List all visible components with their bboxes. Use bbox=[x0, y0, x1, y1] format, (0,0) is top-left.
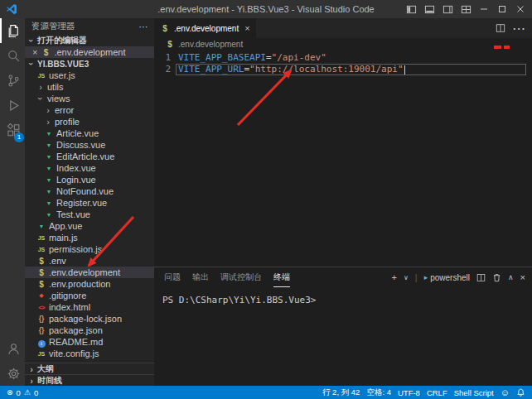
tree-item-error[interactable]: ›error bbox=[25, 104, 154, 116]
code-line-2[interactable]: 2VITE_APP_URL="http://localhost:19001/ap… bbox=[154, 64, 532, 75]
sidebar-header: 资源管理器 ⋯ bbox=[25, 18, 154, 35]
maximize-panel-icon[interactable]: ∧ bbox=[508, 273, 514, 281]
panel-tab-终端[interactable]: 终端 bbox=[273, 267, 290, 287]
toggle-secondary-sidebar-icon[interactable] bbox=[441, 2, 454, 16]
project-section-header[interactable]: › YI.BBS.VUE3 bbox=[25, 58, 154, 70]
js-file-icon: JS bbox=[36, 235, 46, 241]
file-name: index.html bbox=[49, 302, 90, 312]
search-icon[interactable] bbox=[0, 43, 25, 68]
open-editors-label: 打开的编辑器 bbox=[37, 35, 87, 46]
extensions-icon[interactable]: 1 bbox=[0, 118, 25, 142]
warning-icon: ⚠ bbox=[24, 388, 31, 397]
panel-tab-输出[interactable]: 输出 bbox=[192, 267, 209, 287]
tree-item-EditArticle.vue[interactable]: ▼EditArticle.vue bbox=[25, 151, 154, 162]
terminal-profile-dropdown-icon[interactable]: ∨ bbox=[404, 274, 409, 281]
tree-item-README.md[interactable]: iREADME.md bbox=[25, 336, 154, 348]
status-indentation[interactable]: 空格: 4 bbox=[366, 387, 391, 398]
tree-item-NotFound.vue[interactable]: ▼NotFound.vue bbox=[25, 185, 154, 197]
tree-item-.env.production[interactable]: $.env.production bbox=[25, 278, 154, 290]
terminal-panel: 问题输出调试控制台终端 + ∨ | ▸ powershell ∧ × bbox=[154, 267, 532, 386]
tree-item-vite.config.js[interactable]: JSvite.config.js bbox=[25, 348, 154, 359]
tree-item-.gitignore[interactable]: ◆.gitignore bbox=[25, 290, 154, 301]
panel-tab-问题[interactable]: 问题 bbox=[164, 267, 181, 287]
status-cursor-position[interactable]: 行 2, 列 42 bbox=[322, 387, 360, 398]
new-terminal-icon[interactable]: + bbox=[391, 272, 396, 282]
env-value: "http://localhost:19001/api" bbox=[249, 64, 403, 75]
chevron-down-icon: › bbox=[36, 94, 45, 103]
vscode-logo-icon bbox=[6, 3, 17, 15]
customize-layout-icon[interactable] bbox=[459, 2, 472, 16]
account-icon[interactable] bbox=[0, 336, 25, 361]
tree-item-Login.vue[interactable]: ▼Login.vue bbox=[25, 174, 154, 185]
open-editor-name: .env.development bbox=[54, 47, 125, 57]
tree-item-utils[interactable]: ›utils bbox=[25, 81, 154, 93]
tree-item-Article.vue[interactable]: ▼Article.vue bbox=[25, 127, 154, 139]
outline-section[interactable]: › 大纲 bbox=[25, 363, 154, 374]
breadcrumb[interactable]: $ .env.development bbox=[154, 38, 532, 50]
minimize-button[interactable] bbox=[477, 2, 491, 16]
text-cursor bbox=[404, 65, 405, 75]
vue-file-icon: ▼ bbox=[44, 154, 54, 160]
tree-item-Index.vue[interactable]: ▼Index.vue bbox=[25, 162, 154, 174]
tree-item-main.js[interactable]: JSmain.js bbox=[25, 232, 154, 243]
close-tab-icon[interactable]: × bbox=[244, 24, 249, 33]
json-file-icon: {} bbox=[36, 326, 46, 334]
tree-item-.env[interactable]: $.env bbox=[25, 255, 154, 267]
explorer-icon[interactable] bbox=[0, 18, 25, 43]
status-eol[interactable]: CRLF bbox=[427, 388, 447, 397]
panel-tab-调试控制台[interactable]: 调试控制台 bbox=[220, 267, 262, 287]
run-debug-icon[interactable] bbox=[0, 93, 25, 118]
timeline-section[interactable]: › 时间线 bbox=[25, 374, 154, 386]
dotenv-file-icon: $ bbox=[36, 257, 46, 266]
kill-terminal-icon[interactable] bbox=[492, 273, 501, 282]
terminal-content[interactable]: PS D:\CSharp\Yi\Yi.BBS.Vue3> bbox=[154, 287, 532, 386]
code-editor[interactable]: 1VITE_APP_BASEAPI="/api-dev"2VITE_APP_UR… bbox=[154, 50, 532, 267]
maximize-button[interactable] bbox=[496, 2, 509, 16]
code-line-1[interactable]: 1VITE_APP_BASEAPI="/api-dev" bbox=[154, 52, 532, 64]
file-name: permission.js bbox=[49, 244, 102, 254]
tree-item-Register.vue[interactable]: ▼Register.vue bbox=[25, 197, 154, 209]
tree-item-.env.development[interactable]: $.env.development bbox=[25, 267, 154, 278]
toggle-sidebar-icon[interactable] bbox=[404, 2, 418, 16]
tree-item-index.html[interactable]: <>index.html bbox=[25, 301, 154, 313]
feedback-smiley-icon[interactable]: ☺ bbox=[501, 387, 510, 397]
close-panel-icon[interactable]: × bbox=[520, 272, 525, 282]
open-editors-header[interactable]: › 打开的编辑器 bbox=[25, 35, 154, 46]
file-name: user.js bbox=[49, 70, 75, 80]
tree-item-package.json[interactable]: {}package.json bbox=[25, 324, 154, 336]
env-key: VITE_APP_BASEAPI bbox=[178, 52, 266, 64]
tab-env-development[interactable]: $ .env.development × bbox=[154, 18, 256, 38]
toggle-panel-icon[interactable] bbox=[423, 2, 436, 16]
dotenv-file-icon: $ bbox=[160, 24, 170, 33]
tree-item-views[interactable]: ›views bbox=[25, 93, 154, 104]
split-terminal-icon[interactable] bbox=[476, 273, 486, 282]
status-encoding[interactable]: UTF-8 bbox=[398, 388, 420, 397]
tab-label: .env.development bbox=[174, 24, 239, 33]
split-editor-icon[interactable] bbox=[496, 23, 505, 33]
tree-item-Discuss.vue[interactable]: ▼Discuss.vue bbox=[25, 139, 154, 151]
tree-item-profile[interactable]: ›profile bbox=[25, 116, 154, 127]
open-editor-item[interactable]: × $ .env.development bbox=[25, 46, 154, 58]
source-control-icon[interactable] bbox=[0, 68, 25, 93]
tree-item-package-lock.json[interactable]: {}package-lock.json bbox=[25, 313, 154, 324]
more-actions-icon[interactable]: ⋯ bbox=[512, 21, 525, 36]
status-language-mode[interactable]: Shell Script bbox=[454, 388, 494, 397]
close-editor-icon[interactable]: × bbox=[32, 48, 37, 57]
settings-gear-icon[interactable] bbox=[0, 361, 25, 386]
tree-item-permission.js[interactable]: JSpermission.js bbox=[25, 243, 154, 255]
error-icon: ⊗ bbox=[7, 388, 13, 397]
chevron-right-icon: › bbox=[44, 106, 52, 114]
close-window-button[interactable] bbox=[514, 2, 527, 16]
status-problems[interactable]: ⊗ 0 ⚠ 0 bbox=[7, 388, 38, 397]
tree-item-user.js[interactable]: JSuser.js bbox=[25, 70, 154, 81]
sidebar-title: 资源管理器 bbox=[31, 21, 75, 32]
dotenv-file-icon: $ bbox=[41, 48, 51, 57]
tree-item-App.vue[interactable]: ▼App.vue bbox=[25, 220, 154, 232]
terminal-instance-powershell[interactable]: ▸ powershell bbox=[424, 273, 470, 282]
vue-file-icon: ▼ bbox=[44, 189, 54, 195]
tree-item-Test.vue[interactable]: ▼Test.vue bbox=[25, 209, 154, 220]
more-actions-icon[interactable]: ⋯ bbox=[139, 22, 148, 31]
notifications-bell-icon[interactable] bbox=[516, 388, 525, 397]
file-name: views bbox=[47, 94, 70, 103]
sidebar-bottom-sections: › 大纲 › 时间线 bbox=[25, 363, 154, 386]
